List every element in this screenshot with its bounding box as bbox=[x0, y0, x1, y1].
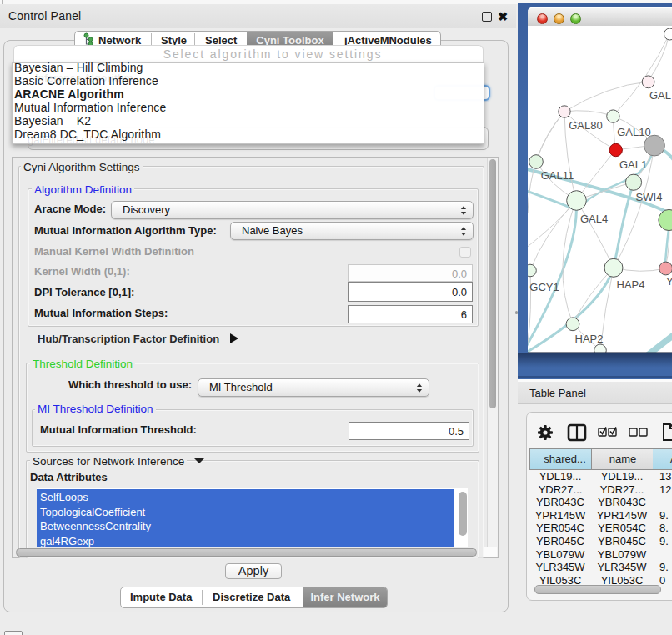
svg-text:GAL11: GAL11 bbox=[541, 169, 574, 182]
svg-text:YD: YD bbox=[666, 275, 672, 288]
svg-text:GAL1: GAL1 bbox=[619, 158, 647, 171]
svg-text:SWI4: SWI4 bbox=[636, 191, 663, 203]
svg-text:HAP4: HAP4 bbox=[617, 278, 645, 291]
svg-text:GAL7: GAL7 bbox=[649, 89, 672, 102]
svg-text:GCY1: GCY1 bbox=[529, 281, 559, 293]
svg-text:GAL4: GAL4 bbox=[580, 212, 608, 225]
svg-text:GAL10: GAL10 bbox=[617, 126, 650, 138]
svg-text:GAL80: GAL80 bbox=[569, 119, 602, 132]
svg-text:HAP2: HAP2 bbox=[575, 332, 604, 345]
